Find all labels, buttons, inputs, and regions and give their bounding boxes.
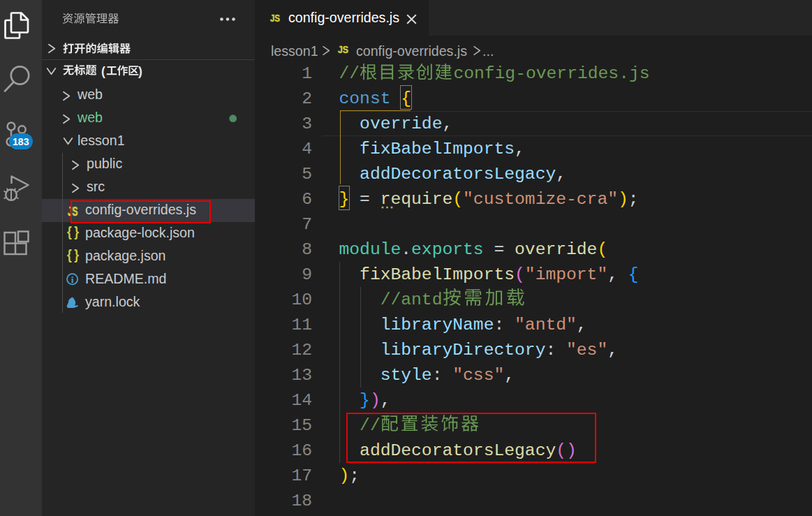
svg-text:JS: JS [338,43,348,55]
svg-text:package.json: package.json [85,248,165,263]
svg-text:183: 183 [13,136,29,147]
svg-text:lesson1: lesson1 [77,133,125,148]
svg-text:i: i [71,274,74,285]
svg-text:{ }: { } [67,246,79,263]
svg-text:config-overrides.js: config-overrides.js [288,10,399,25]
svg-text:src: src [87,179,105,194]
svg-text:JS: JS [270,13,280,24]
svg-text:web: web [77,110,103,125]
svg-text:README.md: README.md [85,271,167,286]
svg-text:package-lock.json: package-lock.json [85,225,195,240]
svg-text:(: ( [101,64,105,78]
svg-text:config-overrides.js: config-overrides.js [356,43,467,59]
svg-text:lesson1: lesson1 [271,43,318,59]
svg-text:web: web [77,87,103,102]
svg-text:yarn.lock: yarn.lock [85,294,140,309]
svg-text:): ) [138,64,142,78]
svg-text:{ }: { } [67,223,79,239]
svg-text:...: ... [482,43,494,59]
svg-text:public: public [87,156,122,171]
